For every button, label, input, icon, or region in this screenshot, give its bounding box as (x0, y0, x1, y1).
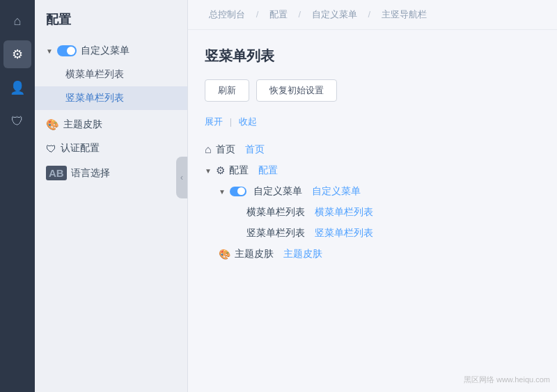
expand-collapse-links: 展开 | 收起 (205, 116, 540, 128)
sidebar-item-vertical-menu[interactable]: 竖菜单栏列表 (35, 86, 187, 110)
palette-icon-tree: 🎨 (219, 249, 230, 260)
refresh-button[interactable]: 刷新 (205, 79, 249, 102)
tree-item-custom-menu: ▼ 自定义菜单 自定义菜单 (205, 181, 540, 202)
tree-config-link[interactable]: 配置 (258, 164, 278, 177)
menu-tree: ⌂ 首页 首页 ▼ ⚙ 配置 配置 ▼ 自定义菜单 自定义菜单 横菜单栏列表 (205, 139, 540, 265)
tree-horizontal-label: 横菜单栏列表 (246, 206, 305, 219)
nav-user[interactable]: 👤 (3, 74, 31, 102)
content-area: 竖菜单列表 刷新 恢复初始设置 展开 | 收起 ⌂ 首页 首页 ▼ ⚙ 配置 (188, 30, 557, 392)
breadcrumb: 总控制台 / 配置 / 自定义菜单 / 主竖导航栏 (188, 0, 557, 30)
home-icon: ⌂ (205, 143, 212, 156)
palette-icon: 🎨 (46, 118, 59, 131)
breadcrumb-item-1: 总控制台 (209, 9, 245, 19)
sidebar-theme-label: 主题皮肤 (63, 118, 102, 131)
main-area: 总控制台 / 配置 / 自定义菜单 / 主竖导航栏 竖菜单列表 刷新 恢复初始设… (188, 0, 557, 392)
tree-vertical-label: 竖菜单栏列表 (246, 227, 305, 240)
nav-settings[interactable]: ⚙ (3, 40, 31, 68)
sidebar-item-horizontal-menu[interactable]: 横菜单栏列表 (35, 63, 187, 86)
breadcrumb-sep-3: / (368, 9, 370, 19)
divider: | (230, 116, 232, 127)
tree-theme-link[interactable]: 主题皮肤 (283, 248, 322, 260)
sidebar-group-auth[interactable]: 🛡 认证配置 (35, 136, 187, 160)
tree-item-horizontal-menu: 横菜单栏列表 横菜单栏列表 (205, 202, 540, 223)
arrow-icon: ▼ (46, 47, 53, 55)
breadcrumb-sep-1: / (256, 9, 259, 19)
collapse-link[interactable]: 收起 (239, 116, 257, 127)
tree-theme-label: 主题皮肤 (235, 248, 274, 260)
breadcrumb-item-4: 主竖导航栏 (382, 9, 427, 19)
page-title: 竖菜单列表 (205, 47, 540, 65)
sidebar: 配置 ▼ 自定义菜单 横菜单栏列表 竖菜单栏列表 🎨 主题皮肤 🛡 认证配置 A… (35, 0, 188, 392)
expand-link[interactable]: 展开 (205, 116, 223, 127)
sidebar-group-theme[interactable]: 🎨 主题皮肤 (35, 113, 187, 136)
tree-home-link[interactable]: 首页 (245, 143, 265, 156)
nav-shield[interactable]: 🛡 (3, 107, 31, 135)
watermark: 黑区网络 www.heiqu.com (464, 375, 550, 385)
tree-item-vertical-menu: 竖菜单栏列表 竖菜单栏列表 (205, 223, 540, 244)
sidebar-title: 配置 (35, 11, 187, 39)
arrow-icon-custom-menu: ▼ (219, 188, 226, 196)
sidebar-language-label: 语言选择 (71, 167, 110, 180)
tree-item-config: ▼ ⚙ 配置 配置 (205, 160, 540, 181)
shield-icon: 🛡 (46, 143, 56, 155)
reset-button[interactable]: 恢复初始设置 (256, 79, 337, 102)
sidebar-auth-label: 认证配置 (61, 142, 100, 155)
tree-item-theme: 🎨 主题皮肤 主题皮肤 (205, 244, 540, 265)
nav-bar: ⌂ ⚙ 👤 🛡 (0, 0, 35, 392)
gear-icon-config: ⚙ (216, 164, 225, 177)
tree-item-home: ⌂ 首页 首页 (205, 139, 540, 160)
action-buttons: 刷新 恢复初始设置 (205, 79, 540, 102)
breadcrumb-item-3: 自定义菜单 (312, 9, 357, 19)
sidebar-section-custom-menu: ▼ 自定义菜单 横菜单栏列表 竖菜单栏列表 (35, 39, 187, 110)
sidebar-group-custom-menu[interactable]: ▼ 自定义菜单 (35, 39, 187, 63)
arrow-icon-config: ▼ (205, 167, 212, 175)
sidebar-scrollbar[interactable]: ‹ (176, 157, 187, 198)
tree-home-label: 首页 (216, 143, 235, 156)
ab-icon: AB (46, 166, 67, 180)
nav-home[interactable]: ⌂ (3, 7, 31, 35)
toggle-icon (57, 45, 77, 56)
tree-custom-menu-label: 自定义菜单 (253, 185, 302, 198)
tree-vertical-link[interactable]: 竖菜单栏列表 (315, 227, 373, 240)
sidebar-group-language[interactable]: AB 语言选择 (35, 160, 187, 186)
toggle-icon-custom-menu (230, 187, 246, 196)
tree-config-label: 配置 (229, 164, 249, 177)
breadcrumb-item-2: 配置 (269, 9, 288, 19)
tree-custom-menu-link[interactable]: 自定义菜单 (312, 185, 361, 198)
sidebar-group-label: 自定义菜单 (81, 45, 130, 57)
tree-horizontal-link[interactable]: 横菜单栏列表 (315, 206, 373, 219)
breadcrumb-sep-2: / (299, 9, 301, 19)
